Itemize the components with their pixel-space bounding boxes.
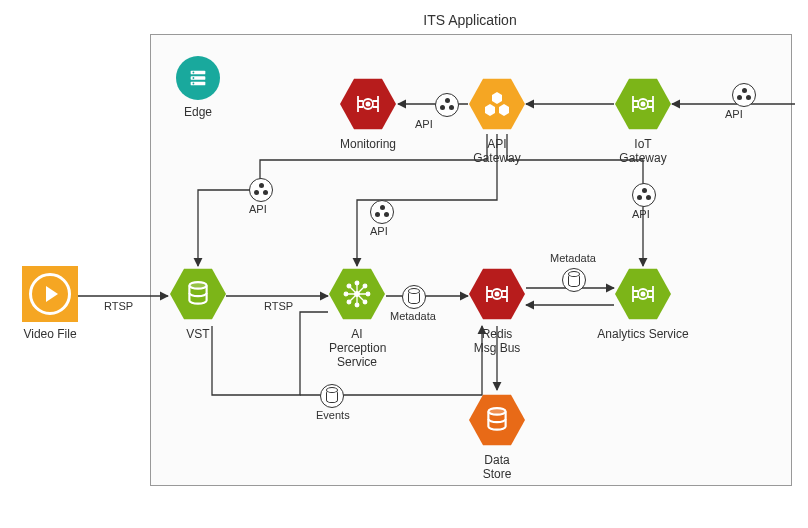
- node-label: IoT Gateway: [615, 138, 671, 166]
- svg-point-59: [495, 292, 498, 295]
- api-badge-icon: [732, 83, 756, 107]
- svg-point-41: [363, 284, 367, 288]
- svg-point-14: [193, 83, 195, 85]
- node-redis: Redis Msg Bus: [469, 266, 525, 356]
- svg-line-48: [350, 287, 355, 292]
- svg-point-42: [347, 300, 351, 304]
- node-video-file: Video File: [22, 266, 78, 342]
- api-badge-icon: [370, 200, 394, 224]
- app-title: ITS Application: [150, 12, 790, 28]
- metadata-badge-icon: [402, 285, 426, 309]
- edge-label-metadata: Metadata: [390, 310, 436, 322]
- svg-line-51: [359, 296, 364, 301]
- node-iot-gateway: IoT Gateway: [615, 76, 671, 166]
- node-label: Edge: [170, 106, 226, 120]
- node-label: Monitoring: [340, 138, 396, 152]
- diagram-canvas: ITS Application: [0, 0, 808, 528]
- node-label: AI Perception Service: [329, 328, 385, 369]
- events-badge-icon: [320, 384, 344, 408]
- network-icon: [329, 266, 385, 322]
- svg-line-49: [359, 287, 364, 292]
- svg-point-43: [363, 300, 367, 304]
- svg-point-36: [355, 281, 359, 285]
- edge-label-events: Events: [316, 409, 350, 421]
- edge-label-api: API: [725, 108, 743, 120]
- integration-icon: [469, 266, 525, 322]
- database-icon: [469, 392, 525, 448]
- node-edge: Edge: [170, 56, 226, 120]
- node-label: API Gateway: [469, 138, 525, 166]
- svg-point-34: [641, 102, 644, 105]
- svg-point-23: [366, 102, 369, 105]
- edge-label-metadata: Metadata: [550, 252, 596, 264]
- node-monitoring: Monitoring: [340, 76, 396, 152]
- play-icon: [22, 266, 78, 322]
- svg-marker-25: [485, 104, 495, 116]
- node-label: Analytics Service: [593, 328, 693, 342]
- edge-label-rtsp: RTSP: [104, 300, 133, 312]
- edge-label-api: API: [249, 203, 267, 215]
- metadata-badge-icon: [562, 268, 586, 292]
- svg-point-37: [355, 303, 359, 307]
- node-api-gateway: API Gateway: [469, 76, 525, 166]
- edge-label-rtsp: RTSP: [264, 300, 293, 312]
- svg-line-50: [350, 296, 355, 301]
- api-badge-icon: [632, 183, 656, 207]
- node-label: Data Store: [469, 454, 525, 482]
- svg-point-35: [355, 292, 360, 297]
- integration-icon: [340, 76, 396, 132]
- node-data-store: Data Store: [469, 392, 525, 482]
- edge-label-api: API: [370, 225, 388, 237]
- svg-point-39: [366, 292, 370, 296]
- edge-label-api: API: [632, 208, 650, 220]
- cluster-icon: [469, 76, 525, 132]
- svg-point-67: [641, 292, 644, 295]
- svg-point-40: [347, 284, 351, 288]
- svg-marker-26: [499, 104, 509, 116]
- database-icon: [170, 266, 226, 322]
- svg-point-38: [344, 292, 348, 296]
- svg-point-12: [193, 72, 195, 74]
- api-badge-icon: [249, 178, 273, 202]
- integration-icon: [615, 76, 671, 132]
- integration-icon: [615, 266, 671, 322]
- node-ai-perception: AI Perception Service: [329, 266, 385, 369]
- api-badge-icon: [435, 93, 459, 117]
- node-label: VST: [170, 328, 226, 342]
- node-vst: VST: [170, 266, 226, 342]
- node-analytics: Analytics Service: [615, 266, 671, 342]
- svg-marker-24: [492, 92, 502, 104]
- svg-point-15: [189, 282, 206, 288]
- server-icon: [176, 56, 220, 100]
- edge-label-api: API: [415, 118, 433, 130]
- node-label: Redis Msg Bus: [469, 328, 525, 356]
- svg-point-13: [193, 77, 195, 79]
- svg-point-68: [488, 408, 505, 414]
- node-label: Video File: [22, 328, 78, 342]
